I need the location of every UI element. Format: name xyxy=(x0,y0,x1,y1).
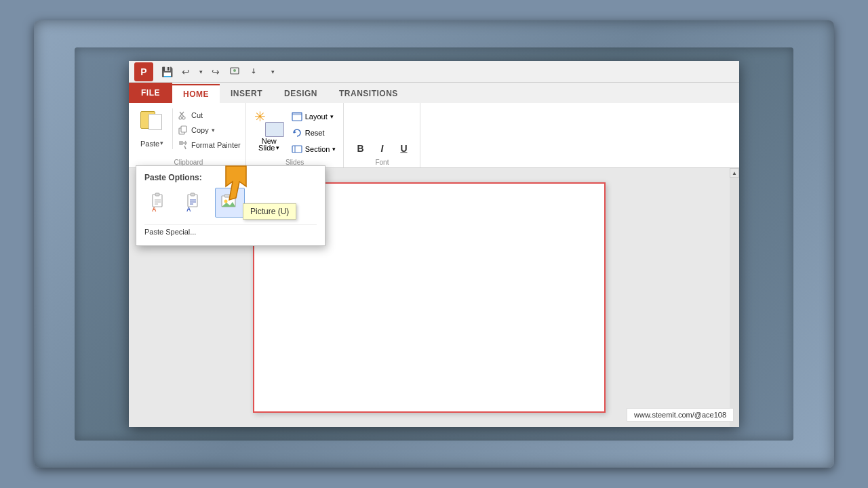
reset-button[interactable]: Reset xyxy=(290,126,338,140)
layout-label: Layout xyxy=(305,113,328,121)
underline-button[interactable]: U xyxy=(395,140,412,157)
app-window: P 💾 ↩ ▾ ↪ ▾ FILE HOME xyxy=(129,61,739,427)
cut-button[interactable]: Cut xyxy=(176,108,243,122)
svg-point-1 xyxy=(233,69,236,72)
font-group-label: Font xyxy=(344,159,420,166)
section-icon xyxy=(292,144,302,155)
new-slide-button[interactable]: ✳ New Slide ▾ xyxy=(252,106,287,157)
section-dropdown[interactable]: ▾ xyxy=(332,146,336,152)
tab-home[interactable]: HOME xyxy=(172,84,220,103)
svg-rect-7 xyxy=(181,126,186,132)
svg-point-4 xyxy=(179,117,182,119)
customize-quick-access[interactable]: ▾ xyxy=(264,64,281,80)
vertical-scrollbar[interactable]: ▲ xyxy=(730,168,739,427)
ribbon-tabs: FILE HOME INSERT DESIGN TRANSITIONS xyxy=(129,83,739,103)
clipboard-divider xyxy=(172,108,173,149)
paste-picture-icon xyxy=(219,192,241,214)
section-button[interactable]: Section ▾ xyxy=(290,142,338,156)
watermark: www.steemit.com/@ace108 xyxy=(627,408,734,422)
paste-destination-icon: A xyxy=(149,192,170,214)
slide-label: Slide xyxy=(258,144,275,152)
font-name-row xyxy=(352,106,412,121)
paste-options-dropdown: Paste Options: A xyxy=(136,165,326,246)
tab-file[interactable]: FILE xyxy=(129,83,172,103)
inner-frame: P 💾 ↩ ▾ ↪ ▾ FILE HOME xyxy=(75,47,793,441)
new-slide-dropdown[interactable]: ▾ xyxy=(276,144,279,151)
touch-button[interactable] xyxy=(245,64,262,80)
copy-label: Copy xyxy=(191,126,209,134)
svg-rect-8 xyxy=(179,141,183,145)
slide-actions: Layout ▾ Reset xyxy=(290,110,338,157)
paste-option-destination[interactable]: A xyxy=(144,188,174,218)
present-button[interactable] xyxy=(226,64,243,80)
layout-icon xyxy=(292,111,302,122)
undo-button[interactable]: ↩ xyxy=(178,64,194,80)
format-painter-button[interactable]: Format Painter xyxy=(176,138,243,152)
svg-text:A: A xyxy=(186,206,191,213)
outer-frame: P 💾 ↩ ▾ ↪ ▾ FILE HOME xyxy=(34,20,834,468)
svg-rect-16 xyxy=(292,146,302,152)
svg-point-32 xyxy=(224,200,228,203)
paste-special-link[interactable]: Paste Special... xyxy=(144,224,317,239)
format-painter-label: Format Painter xyxy=(191,141,241,149)
slide-label-row: Slide ▾ xyxy=(258,144,279,152)
paste-options-title: Paste Options: xyxy=(144,173,317,182)
ppt-logo: P xyxy=(134,62,153,81)
title-bar: P 💾 ↩ ▾ ↪ ▾ xyxy=(129,61,739,83)
svg-rect-14 xyxy=(292,113,302,115)
reset-icon xyxy=(292,127,302,138)
paste-label: Paste xyxy=(140,140,159,148)
svg-line-12 xyxy=(184,146,186,149)
paste-button[interactable]: Paste ▾ xyxy=(134,106,170,157)
paste-source-icon: A xyxy=(184,192,205,214)
svg-rect-19 xyxy=(155,193,159,196)
font-style-row: B I U xyxy=(352,140,412,157)
layout-button[interactable]: Layout ▾ xyxy=(290,110,338,123)
tab-design[interactable]: DESIGN xyxy=(273,84,328,103)
paper-icon xyxy=(149,114,162,130)
sparkle-icon: ✳ xyxy=(254,108,266,125)
svg-text:A: A xyxy=(152,206,157,213)
slides-group: ✳ New Slide ▾ xyxy=(246,103,344,167)
paste-dropdown-arrow[interactable]: ▾ xyxy=(160,140,163,146)
redo-button[interactable]: ↪ xyxy=(208,64,224,80)
ribbon: Paste ▾ xyxy=(129,103,739,168)
scroll-track xyxy=(730,178,739,427)
svg-rect-31 xyxy=(224,195,230,197)
format-painter-icon xyxy=(178,140,189,150)
paste-icon xyxy=(139,108,165,138)
quick-access-toolbar: 💾 ↩ ▾ ↪ ▾ xyxy=(159,64,281,80)
copy-button[interactable]: Copy ▾ xyxy=(176,123,243,137)
bold-button[interactable]: B xyxy=(352,140,368,157)
cut-icon xyxy=(178,110,189,121)
picture-tooltip: Picture (U) xyxy=(243,203,296,220)
svg-rect-25 xyxy=(191,193,195,196)
paste-option-picture[interactable] xyxy=(215,188,245,218)
copy-dropdown[interactable]: ▾ xyxy=(212,127,215,134)
clipboard-actions: Cut Copy ▾ xyxy=(176,108,243,157)
clipboard-group: Paste ▾ xyxy=(132,103,246,167)
italic-button[interactable]: I xyxy=(374,140,390,157)
reset-label: Reset xyxy=(305,129,325,137)
svg-rect-24 xyxy=(188,195,197,207)
scroll-up-arrow[interactable]: ▲ xyxy=(730,168,739,178)
font-group: B I U Font xyxy=(344,103,420,167)
tab-insert[interactable]: INSERT xyxy=(220,84,273,103)
save-button[interactable]: 💾 xyxy=(159,64,175,80)
tab-transitions[interactable]: TRANSITIONS xyxy=(328,84,409,103)
paste-option-source[interactable]: A xyxy=(180,188,210,218)
new-slide-icon: ✳ xyxy=(254,108,284,137)
section-label: Section xyxy=(305,145,330,153)
slide-thumbnail xyxy=(265,122,284,137)
cut-label: Cut xyxy=(191,111,203,119)
svg-point-5 xyxy=(182,117,185,119)
svg-rect-18 xyxy=(153,195,162,207)
layout-dropdown[interactable]: ▾ xyxy=(330,113,334,120)
svg-marker-15 xyxy=(294,131,296,134)
undo-dropdown[interactable]: ▾ xyxy=(197,64,205,80)
copy-icon xyxy=(178,125,189,136)
